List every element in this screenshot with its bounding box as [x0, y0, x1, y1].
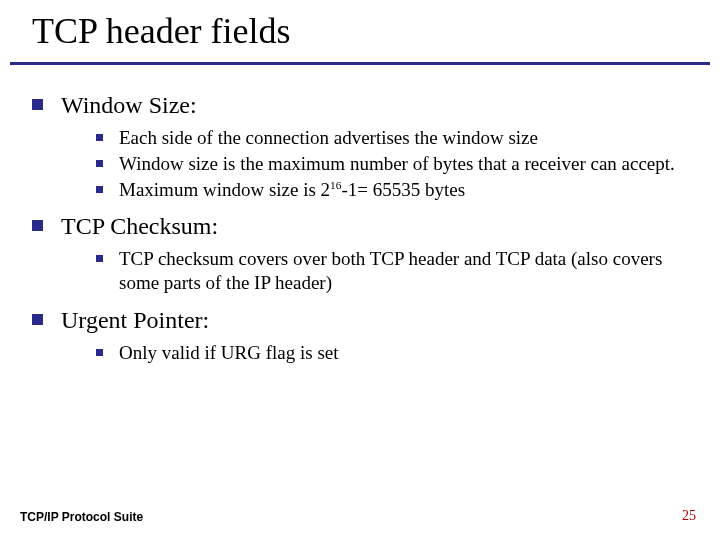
- sub-bullet-group: TCP checksum covers over both TCP header…: [96, 247, 688, 295]
- section-window-size: Window Size: Each side of the connection…: [32, 90, 688, 201]
- sub-bullet-group: Each side of the connection advertises t…: [96, 126, 688, 201]
- section-tcp-checksum: TCP Checksum: TCP checksum covers over b…: [32, 211, 688, 295]
- page-number: 25: [682, 508, 696, 524]
- bullet-square-icon: [32, 314, 43, 325]
- list-item: TCP checksum covers over both TCP header…: [96, 247, 688, 295]
- list-item: Maximum window size is 216-1= 65535 byte…: [96, 178, 688, 202]
- bullet-square-icon: [96, 160, 103, 167]
- list-item: Each side of the connection advertises t…: [96, 126, 688, 150]
- list-item: Only valid if URG flag is set: [96, 341, 688, 365]
- slide: TCP header fields Window Size: Each side…: [0, 0, 720, 540]
- list-item-text: Each side of the connection advertises t…: [119, 126, 688, 150]
- section-heading: Urgent Pointer:: [61, 305, 209, 335]
- bullet-square-icon: [96, 349, 103, 356]
- list-item: Window size is the maximum number of byt…: [96, 152, 688, 176]
- section-heading: TCP Checksum:: [61, 211, 218, 241]
- content-area: Window Size: Each side of the connection…: [32, 90, 688, 375]
- list-item-text: Maximum window size is 216-1= 65535 byte…: [119, 178, 688, 202]
- bullet-square-icon: [96, 134, 103, 141]
- section-heading-row: Urgent Pointer:: [32, 305, 688, 335]
- section-heading-row: TCP Checksum:: [32, 211, 688, 241]
- list-item-text: Window size is the maximum number of byt…: [119, 152, 688, 176]
- section-heading: Window Size:: [61, 90, 197, 120]
- bullet-square-icon: [96, 255, 103, 262]
- bullet-square-icon: [32, 99, 43, 110]
- bullet-square-icon: [32, 220, 43, 231]
- sub-bullet-group: Only valid if URG flag is set: [96, 341, 688, 365]
- section-urgent-pointer: Urgent Pointer: Only valid if URG flag i…: [32, 305, 688, 365]
- slide-title: TCP header fields: [32, 10, 291, 52]
- list-item-text: Only valid if URG flag is set: [119, 341, 688, 365]
- list-item-text: TCP checksum covers over both TCP header…: [119, 247, 688, 295]
- title-underline: [10, 62, 710, 65]
- bullet-square-icon: [96, 186, 103, 193]
- footer-left: TCP/IP Protocol Suite: [20, 510, 143, 524]
- section-heading-row: Window Size:: [32, 90, 688, 120]
